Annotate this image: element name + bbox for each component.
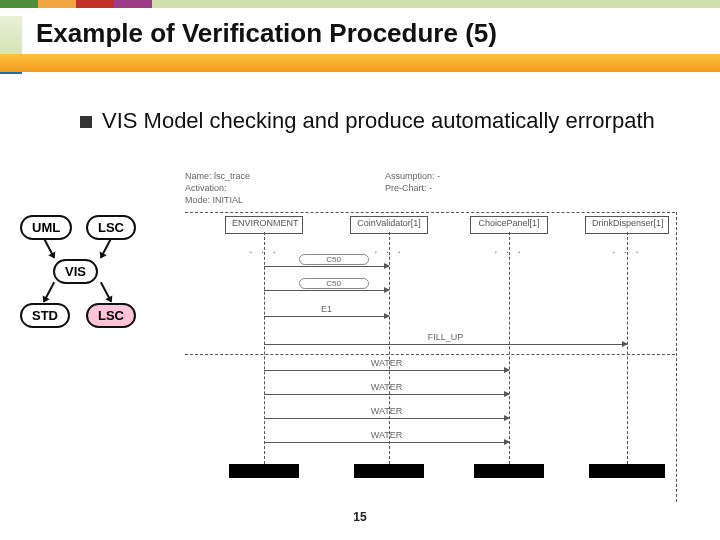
- node-lsc-top: LSC: [86, 215, 136, 240]
- node-vis: VIS: [53, 259, 98, 284]
- arrow-vis-lsc: [100, 282, 112, 302]
- message-arrow: [264, 418, 509, 419]
- chart-meta-right: Assumption: -Pre-Chart: -: [385, 170, 440, 194]
- message-arrow: [264, 290, 389, 291]
- message-label: C50: [299, 254, 369, 265]
- node-lsc-bottom: LSC: [86, 303, 136, 328]
- arrow-lsc-vis: [100, 238, 112, 258]
- node-uml: UML: [20, 215, 72, 240]
- chart-right-border: [676, 212, 678, 502]
- dots-icon: . . .: [374, 244, 404, 255]
- node-std: STD: [20, 303, 70, 328]
- dots-icon: . . .: [612, 244, 642, 255]
- dots-icon: . . .: [249, 244, 279, 255]
- message-label: E1: [299, 304, 355, 314]
- instance-end: [229, 464, 299, 478]
- message-arrow: [264, 394, 509, 395]
- message-arrow: [264, 316, 389, 317]
- chart-top-border: [185, 212, 675, 213]
- dots-icon: . . .: [494, 244, 524, 255]
- flow-diagram: UML LSC VIS STD LSC: [20, 215, 190, 345]
- message-arrow: [264, 344, 627, 345]
- message-arrow: [264, 442, 509, 443]
- lifeline: [627, 232, 629, 464]
- message-label: C50: [299, 278, 369, 289]
- instance-end: [589, 464, 665, 478]
- instance-end: [354, 464, 424, 478]
- message-label: WATER: [359, 406, 415, 416]
- instance-end: [474, 464, 544, 478]
- message-label: WATER: [359, 430, 415, 440]
- message-label: WATER: [359, 382, 415, 392]
- message-label: FILL_UP: [418, 332, 474, 342]
- message-arrow: [264, 370, 509, 371]
- bullet-text: VIS Model checking and produce automatic…: [102, 108, 655, 133]
- chart-meta-left: Name: lsc_traceActivation:Mode: INITIAL: [185, 170, 250, 206]
- divider: [185, 354, 675, 355]
- bullet-icon: [80, 116, 92, 128]
- slide-title: Example of Verification Procedure (5): [36, 18, 497, 49]
- title-bar: Example of Verification Procedure (5): [0, 8, 720, 70]
- title-bg: [0, 54, 720, 72]
- bullet: VIS Model checking and produce automatic…: [80, 108, 660, 134]
- arrow-uml-vis: [43, 238, 55, 258]
- lsc-chart: Name: lsc_traceActivation:Mode: INITIAL …: [185, 170, 680, 510]
- lifeline: [509, 232, 511, 464]
- message-arrow: [264, 266, 389, 267]
- top-stripe: [0, 0, 720, 8]
- message-label: WATER: [359, 358, 415, 368]
- page-number: 15: [0, 510, 720, 524]
- arrow-vis-std: [43, 282, 55, 302]
